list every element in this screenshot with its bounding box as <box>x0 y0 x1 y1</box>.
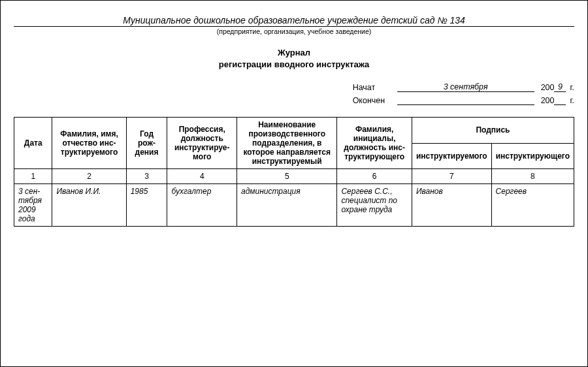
cell-birth-year: 1985 <box>126 184 167 227</box>
century-prefix-start: 200 <box>541 83 555 92</box>
table-head: Дата Фамилия, имя, отчество инс­труктиру… <box>14 118 574 169</box>
date-start-value: 3 сентября <box>397 82 534 92</box>
header-sig-trainee: инструктируемого <box>412 143 491 169</box>
org-block: Муниципальное дошкольное образовательное… <box>14 15 574 35</box>
date-end-year <box>554 104 566 105</box>
header-signature-group: Подпись <box>412 118 574 144</box>
header-department: Наименование производственного подраздел… <box>237 118 337 169</box>
colnum-6: 6 <box>337 169 412 184</box>
date-start-label: Начат <box>353 83 393 92</box>
cell-fio-trainee: Иванов И.И. <box>52 184 126 227</box>
cell-profession: бухгалтер <box>167 184 237 227</box>
date-start-year: 9 <box>554 82 566 92</box>
header-profession: Профессия, должность инструктируе­мого <box>167 118 237 169</box>
colnum-1: 1 <box>14 169 52 184</box>
table-body: 1 2 3 4 5 6 7 8 3 сен­тября 2009 года Ив… <box>14 169 574 227</box>
date-start-row: Начат 3 сентября 200 9 г. <box>353 82 574 92</box>
page: Муниципальное дошкольное образовательное… <box>0 0 588 367</box>
colnum-3: 3 <box>126 169 167 184</box>
date-end-tail: г. <box>570 96 574 105</box>
dates-block: Начат 3 сентября 200 9 г. Окончен 200 г. <box>14 82 574 105</box>
date-start-tail: г. <box>570 83 574 92</box>
title-line-2: регистрации вводного инструктажа <box>14 59 574 71</box>
date-end-label: Окончен <box>353 96 393 105</box>
colnum-4: 4 <box>167 169 237 184</box>
cell-sig-instructor: Сергеев <box>491 184 574 227</box>
header-row-1: Дата Фамилия, имя, отчество инс­труктиру… <box>14 118 574 144</box>
header-fio-trainee: Фамилия, имя, отчество инс­труктируемого <box>52 118 126 169</box>
date-end-value <box>397 95 534 105</box>
dates-inner: Начат 3 сентября 200 9 г. Окончен 200 г. <box>353 82 574 105</box>
header-date: Дата <box>14 118 52 169</box>
colnum-8: 8 <box>491 169 574 184</box>
header-sig-instructor: инструктирующего <box>491 143 574 169</box>
colnum-5: 5 <box>237 169 337 184</box>
century-prefix-end: 200 <box>541 96 555 105</box>
header-birth-year: Год рож­дения <box>126 118 167 169</box>
cell-date: 3 сен­тября 2009 года <box>14 184 52 227</box>
header-instructor: Фамилия, инициалы, должность инс­труктир… <box>337 118 412 169</box>
title-line-1: Журнал <box>14 47 574 59</box>
registration-table: Дата Фамилия, имя, отчество инс­труктиру… <box>14 117 574 227</box>
date-end-row: Окончен 200 г. <box>353 95 574 105</box>
cell-instructor: Сергеев С.С., специалист по охране труда <box>337 184 412 227</box>
title-block: Журнал регистрации вводного инструктажа <box>14 47 574 70</box>
org-name: Муниципальное дошкольное образовательное… <box>14 15 574 27</box>
cell-department: администрация <box>237 184 337 227</box>
cell-sig-trainee: Иванов <box>412 184 491 227</box>
org-hint: (предприятие, организация, учебное завед… <box>14 27 574 35</box>
column-number-row: 1 2 3 4 5 6 7 8 <box>14 169 574 184</box>
table-row: 3 сен­тября 2009 года Иванов И.И. 1985 б… <box>14 184 574 227</box>
colnum-7: 7 <box>412 169 491 184</box>
colnum-2: 2 <box>52 169 126 184</box>
